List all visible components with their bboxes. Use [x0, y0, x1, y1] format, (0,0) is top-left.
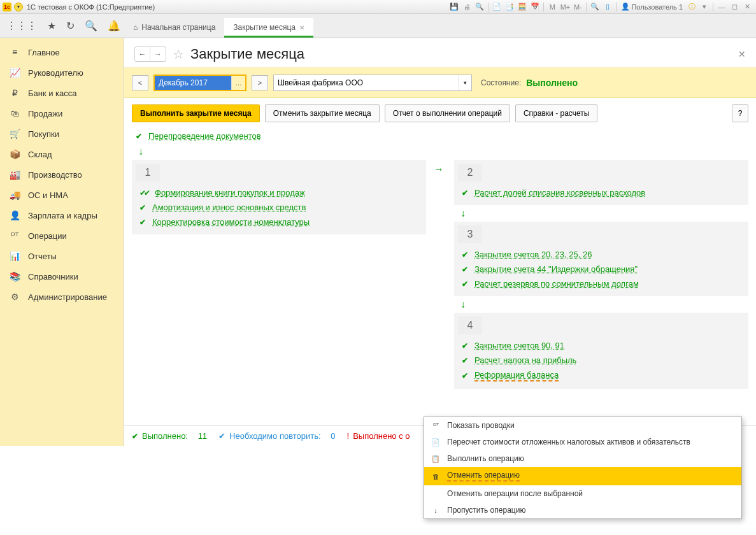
- op-b3-1[interactable]: Закрытие счета 44 "Издержки обращения": [474, 264, 638, 274]
- double-check-icon: ✔✔: [139, 189, 148, 197]
- ctx-cancel-after[interactable]: Отменить операции после выбранной: [424, 485, 741, 502]
- arrow-down-icon: ↓: [460, 208, 748, 219]
- organization-field[interactable]: ▾: [273, 75, 472, 91]
- op-b4-2[interactable]: Реформация баланса: [474, 370, 559, 382]
- op-b4-0[interactable]: Закрытие счетов 90, 91: [474, 341, 564, 350]
- sidebar-item-reports[interactable]: 📊Отчеты: [0, 246, 124, 266]
- org-dropdown-icon[interactable]: ▾: [459, 75, 471, 90]
- sidebar-item-catalogs[interactable]: 📚Справочники: [0, 266, 124, 287]
- mplus-icon[interactable]: M+: [559, 2, 571, 12]
- ctx-run-op[interactable]: 📋Выполнить операцию: [424, 450, 741, 467]
- cart-icon: 🛒: [9, 129, 20, 139]
- nav-fwd-icon[interactable]: →: [150, 47, 166, 61]
- operations-content: ✔ Перепроведение документов ↓ 1 ✔✔Формир…: [124, 129, 756, 425]
- tab-close-icon[interactable]: ✕: [299, 24, 304, 31]
- mminus-icon[interactable]: M-: [572, 2, 583, 12]
- nav-back-icon[interactable]: ←: [135, 47, 150, 61]
- info-icon[interactable]: ⓘ: [686, 2, 697, 12]
- context-menu: ᴰᵀПоказать проводки 📄Пересчет стоимости …: [424, 417, 742, 519]
- op-reproc[interactable]: Перепроведение документов: [148, 131, 261, 141]
- books-icon: 📚: [9, 271, 20, 282]
- references-button[interactable]: Справки - расчеты: [515, 104, 597, 122]
- print-icon[interactable]: 🖨: [461, 2, 473, 12]
- gear-icon: ⚙: [9, 292, 20, 302]
- repeat-icon: ✔: [218, 431, 225, 441]
- top-toolbar: ⋮⋮⋮ ★ ↻ 🔍 🔔 ⌂ Начальная страница Закрыти…: [0, 14, 756, 38]
- sidebar-item-production[interactable]: 🏭Производство: [0, 164, 124, 185]
- minimize-icon[interactable]: —: [716, 2, 727, 12]
- titlebar: 1c ▾ 1С тестовая с ОКОФ (1С:Предприятие)…: [0, 0, 756, 14]
- save-icon[interactable]: 💾: [448, 2, 460, 12]
- star-icon[interactable]: ★: [47, 20, 56, 32]
- apps-icon[interactable]: ⋮⋮⋮: [6, 20, 37, 32]
- preview-icon[interactable]: 🔍: [474, 2, 485, 12]
- ruble-icon: ₽: [9, 88, 20, 98]
- period-input[interactable]: [155, 76, 231, 90]
- cancel-closing-button[interactable]: Отменить закрытие месяца: [265, 104, 380, 122]
- op-b3-2[interactable]: Расчет резервов по сомнительным долгам: [474, 279, 639, 289]
- op-b1-2[interactable]: Корректировка стоимости номенклатуры: [152, 217, 310, 227]
- sidebar-item-manager[interactable]: 📈Руководителю: [0, 62, 124, 83]
- ctx-recalc[interactable]: 📄Пересчет стоимости отложенных налоговых…: [424, 434, 741, 450]
- sidebar-item-bank[interactable]: ₽Банк и касса: [0, 83, 124, 103]
- sidebar-item-os[interactable]: 🚚ОС и НМА: [0, 185, 124, 205]
- organization-input[interactable]: [274, 75, 459, 90]
- block-1-header: 1: [136, 164, 160, 182]
- period-field[interactable]: …: [153, 75, 246, 91]
- tab-home[interactable]: ⌂ Начальная страница: [124, 18, 224, 38]
- run-closing-button[interactable]: Выполнить закрытие месяца: [132, 104, 260, 122]
- close-window-icon[interactable]: ✕: [741, 2, 753, 12]
- ctx-skip-op[interactable]: ↓Пропустить операцию: [424, 502, 741, 518]
- box-icon: 📦: [9, 149, 20, 159]
- block-2-header: 2: [458, 164, 482, 182]
- info-dd-icon[interactable]: ▾: [699, 2, 710, 12]
- sidebar-item-sales[interactable]: 🛍Продажи: [0, 103, 124, 124]
- check-icon: ✔: [462, 341, 468, 350]
- bag-icon: 🛍: [9, 108, 20, 118]
- dropdown-icon[interactable]: ▾: [14, 3, 23, 11]
- sidebar-item-operations[interactable]: ᴰᵀОперации: [0, 225, 124, 246]
- op-b2-0[interactable]: Расчет долей списания косвенных расходов: [474, 188, 645, 197]
- window-title: 1С тестовая с ОКОФ (1С:Предприятие): [27, 3, 155, 11]
- sidebar-item-main[interactable]: ≡Главное: [0, 42, 124, 62]
- cancel-icon: 🗑: [431, 473, 441, 480]
- nav-buttons: ← →: [134, 46, 166, 62]
- tab-home-label: Начальная страница: [141, 23, 215, 32]
- report-button[interactable]: Отчет о выполнении операций: [385, 104, 510, 122]
- help-button[interactable]: ?: [732, 104, 748, 122]
- sidebar-item-admin[interactable]: ⚙Администрирование: [0, 287, 124, 307]
- zoom-icon[interactable]: 🔍: [589, 2, 601, 12]
- close-page-icon[interactable]: ✕: [738, 49, 746, 59]
- dtkt-icon: ᴰᵀ: [9, 231, 20, 241]
- history-icon[interactable]: ↻: [66, 20, 75, 32]
- period-ellipsis-icon[interactable]: …: [231, 76, 245, 90]
- next-period-button[interactable]: >: [252, 75, 268, 90]
- op-b1-0[interactable]: Формирование книги покупок и продаж: [155, 188, 305, 197]
- bell-icon[interactable]: 🔔: [108, 20, 120, 32]
- maximize-icon[interactable]: ◻: [729, 2, 740, 12]
- check-icon: ✔: [139, 218, 146, 227]
- check-icon: ✔: [462, 189, 468, 197]
- sidebar-item-purchases[interactable]: 🛒Покупки: [0, 124, 124, 144]
- user-label[interactable]: 👤Пользователь 1: [621, 3, 683, 11]
- sidebar-item-warehouse[interactable]: 📦Склад: [0, 144, 124, 164]
- arrow-down-icon: ↓: [138, 146, 748, 157]
- op-b3-0[interactable]: Закрытие счетов 20, 23, 25, 26: [474, 250, 592, 259]
- panel-icon[interactable]: ▯: [602, 2, 613, 12]
- calendar-icon[interactable]: 📅: [529, 2, 541, 12]
- doc-icon[interactable]: 📄: [491, 2, 503, 12]
- favorite-icon[interactable]: ☆: [173, 46, 184, 62]
- action-bar: Выполнить закрытие месяца Отменить закры…: [124, 98, 756, 129]
- op-b4-1[interactable]: Расчет налога на прибыль: [474, 355, 576, 365]
- op-b1-1[interactable]: Амортизация и износ основных средств: [152, 203, 306, 212]
- status-label: Состояние:: [481, 78, 521, 87]
- prev-period-button[interactable]: <: [132, 75, 148, 90]
- ctx-cancel-op[interactable]: 🗑Отменить операцию: [424, 467, 741, 485]
- search-icon[interactable]: 🔍: [85, 20, 97, 32]
- m-icon[interactable]: M: [546, 2, 558, 12]
- ctx-show-entries[interactable]: ᴰᵀПоказать проводки: [424, 417, 741, 434]
- tab-closing[interactable]: Закрытие месяца ✕: [224, 18, 313, 38]
- doc2-icon[interactable]: 📑: [504, 2, 515, 12]
- calc-icon[interactable]: 🧮: [517, 2, 528, 12]
- sidebar-item-salary[interactable]: 👤Зарплата и кадры: [0, 205, 124, 225]
